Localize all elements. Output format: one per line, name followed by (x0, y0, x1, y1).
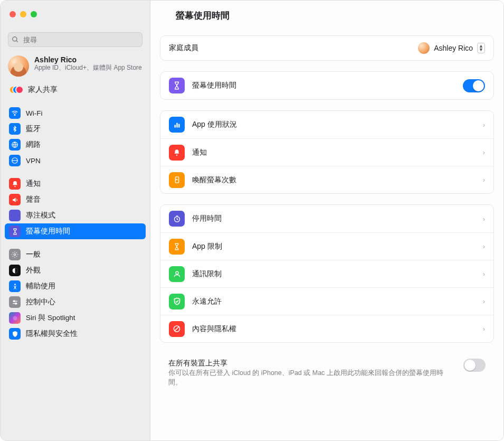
sidebar-item-notifications[interactable]: 通知 (5, 176, 146, 192)
sidebar-item-label: VPN (26, 157, 41, 165)
sidebar-item-appearance[interactable]: 外觀 (5, 262, 146, 278)
sidebar-item-label: 外觀 (26, 266, 41, 275)
sidebar-item-label: 家人共享 (28, 85, 58, 95)
sidebar-item-network[interactable]: 網路 (5, 137, 146, 153)
share-desc: 你可以在所有已登入 iCloud 的 iPhone、iPad 或 Mac 上啟用… (168, 368, 454, 387)
sidebar-item-label: 輔助使用 (26, 282, 55, 291)
control-center-icon (9, 296, 21, 308)
family-member-value: Ashley Rico (434, 44, 473, 52)
sidebar-item-label: Siri 與 Spotlight (26, 313, 75, 323)
svg-rect-15 (176, 123, 178, 127)
sidebar-item-label: 專注模式 (26, 211, 55, 220)
apple-id-row[interactable]: Ashley Rico Apple ID、iCloud+、媒體與 App Sto… (1, 52, 150, 82)
chevron-right-icon: › (483, 121, 485, 129)
row-app-limits[interactable]: App 限制 › (160, 232, 493, 260)
svg-point-17 (176, 154, 177, 155)
family-member-selector[interactable]: Ashley Rico ▲▼ (418, 42, 485, 54)
sidebar-item-bluetooth[interactable]: 藍牙 (5, 121, 146, 137)
family-member-card: 家庭成員 Ashley Rico ▲▼ (160, 35, 494, 61)
appearance-icon (9, 265, 21, 276)
sidebar-item-label: 一般 (26, 250, 41, 259)
svg-point-13 (13, 316, 17, 320)
row-content-privacy[interactable]: 內容與隱私權 › (160, 315, 493, 342)
gear-icon (9, 249, 21, 260)
sidebar-item-accessibility[interactable]: 輔助使用 (5, 278, 146, 294)
search-field[interactable] (8, 32, 142, 47)
chevron-right-icon: › (483, 297, 485, 305)
svg-point-5 (14, 185, 15, 186)
row-label: 停用時間 (192, 214, 476, 223)
sidebar-item-vpn[interactable]: VPN (5, 153, 146, 168)
sidebar-item-control-center[interactable]: 控制中心 (5, 294, 146, 310)
sidebar-item-label: 螢幕使用時間 (26, 227, 70, 236)
row-communication[interactable]: 通訊限制 › (160, 260, 493, 287)
sidebar-item-wifi[interactable]: Wi-Fi (5, 105, 146, 121)
svg-line-22 (175, 326, 179, 331)
usage-section: App 使用狀況 › 通知 › 喚醒螢幕次數 › (160, 110, 494, 194)
row-label: App 限制 (192, 242, 476, 251)
sidebar-item-siri[interactable]: Siri 與 Spotlight (5, 310, 146, 326)
user-name: Ashley Rico (34, 55, 142, 64)
sidebar-item-privacy[interactable]: 隱私權與安全性 (5, 326, 146, 342)
screentime-toggle-card: 螢幕使用時間 (160, 71, 494, 100)
row-label: 通知 (192, 148, 476, 157)
row-always-allowed[interactable]: 永遠允許 › (160, 287, 493, 315)
row-label: 通訊限制 (192, 269, 476, 279)
maximize-icon[interactable] (31, 11, 37, 17)
chevron-right-icon: › (483, 242, 485, 250)
window-controls (1, 11, 37, 17)
search-input[interactable] (8, 32, 142, 47)
minimize-icon[interactable] (20, 11, 26, 17)
svg-point-20 (176, 271, 178, 274)
chevron-right-icon: › (483, 270, 485, 278)
bell-icon (169, 145, 185, 161)
applimit-icon (169, 239, 185, 255)
updown-icon: ▲▼ (477, 43, 485, 53)
sidebar-item-label: 網路 (26, 140, 41, 149)
hourglass-icon (169, 78, 185, 93)
sidebar-item-general[interactable]: 一般 (5, 247, 146, 262)
chevron-right-icon: › (483, 148, 485, 156)
share-switch[interactable] (463, 359, 486, 372)
restrict-icon (169, 321, 185, 337)
row-label: App 使用狀況 (192, 120, 476, 129)
siri-icon (9, 312, 21, 324)
row-app-usage[interactable]: App 使用狀況 › (160, 111, 493, 138)
sidebar-item-sound[interactable]: 聲音 (5, 192, 146, 208)
sidebar-item-label: 控制中心 (26, 297, 55, 307)
downtime-icon (169, 211, 185, 227)
screentime-icon (9, 226, 21, 237)
sound-icon (9, 194, 21, 205)
screentime-switch[interactable] (463, 79, 485, 92)
chevron-right-icon: › (483, 215, 485, 223)
sidebar-item-focus[interactable]: 專注模式 (5, 208, 146, 223)
close-icon[interactable] (9, 11, 16, 17)
svg-point-0 (13, 37, 17, 41)
svg-point-11 (13, 300, 15, 302)
sidebar-item-family[interactable]: 家人共享 (5, 82, 146, 98)
svg-point-2 (14, 115, 15, 116)
sidebar-item-label: 聲音 (26, 195, 41, 204)
bell-icon (9, 178, 21, 190)
sidebar-item-label: 隱私權與安全性 (26, 329, 78, 339)
svg-line-1 (16, 41, 18, 42)
screentime-toggle-label: 螢幕使用時間 (192, 81, 455, 90)
row-pickups[interactable]: 喚醒螢幕次數 › (160, 166, 493, 193)
network-icon (9, 139, 21, 151)
sidebar-item-label: 藍牙 (26, 124, 41, 134)
svg-rect-16 (178, 124, 180, 127)
row-label: 喚醒螢幕次數 (192, 175, 476, 185)
avatar (8, 55, 29, 77)
share-across-devices: 在所有裝置上共享 你可以在所有已登入 iCloud 的 iPhone、iPad … (160, 353, 494, 396)
svg-point-8 (14, 284, 16, 285)
sidebar: Ashley Rico Apple ID、iCloud+、媒體與 App Sto… (1, 1, 150, 440)
chevron-right-icon: › (483, 325, 485, 333)
focus-icon (9, 210, 21, 221)
row-notifications[interactable]: 通知 › (160, 138, 493, 166)
comm-icon (169, 266, 185, 282)
row-downtime[interactable]: 停用時間 › (160, 205, 493, 232)
sidebar-item-label: Wi-Fi (26, 109, 42, 117)
svg-point-12 (15, 303, 16, 304)
sidebar-item-screentime[interactable]: 螢幕使用時間 (5, 223, 146, 239)
accessibility-icon (9, 280, 21, 292)
